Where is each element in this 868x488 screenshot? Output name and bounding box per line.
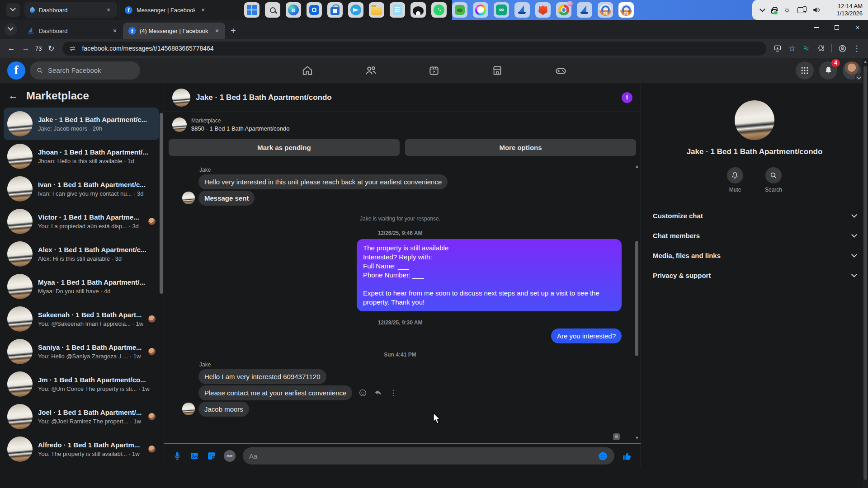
conversation-ivan[interactable]: Ivan · 1 Bed 1 Bath Apartment/c...Ivan: … [4,173,159,205]
section-chat-members[interactable]: Chat members [648,225,861,245]
incoming-message[interactable]: Jacob moors [198,402,249,417]
sticker-icon[interactable] [207,451,217,461]
facebook-logo[interactable]: f [7,61,25,80]
more-options-button[interactable]: More options [405,139,636,156]
back-button[interactable]: ← [5,42,18,55]
conversation-sakeenah[interactable]: Sakeenah · 1 Bed 1 Bath Apart...You: @Sa… [4,303,159,335]
site-settings-icon[interactable] [69,45,76,52]
outlook-app-button[interactable]: O [307,2,322,18]
section-customize-chat[interactable]: Customize chat [648,206,861,225]
start-button[interactable] [244,2,259,18]
section-media-files-links[interactable]: Media, files and links [648,245,861,265]
incoming-message[interactable]: Hello I am very interested 6094371120 [198,369,326,384]
nav-home-tab[interactable] [301,64,314,77]
outgoing-message[interactable]: Are you interested? [551,328,622,343]
tab-search-button[interactable] [5,23,17,36]
browser-tab-messenger-active[interactable]: f (4) Messenger | Facebook × [123,23,225,39]
voice-clip-icon[interactable] [172,451,182,461]
extension-teal-icon[interactable] [800,42,813,55]
facebook-search-input[interactable]: Search Facebook [30,61,140,80]
conversation-ab[interactable]: AB · 2 Beds 1 Bath Apartment/c...AB More… [4,465,159,468]
conversation-jm[interactable]: Jm · 1 Bed 1 Bath Apartment/co...You: @J… [4,368,159,400]
nav-gaming-tab[interactable] [554,64,567,77]
maximize-button[interactable] [826,20,847,35]
vpn-lock-icon[interactable] [771,9,777,14]
mark-as-pending-button[interactable]: Mark as pending [169,139,400,156]
color-lamp-app-button[interactable] [473,2,488,18]
display-cast-icon[interactable] [797,7,806,13]
conversation-info-icon[interactable]: i [622,92,632,103]
gif-icon[interactable]: GIF [224,450,236,462]
bookmark-star-icon[interactable]: ☆ [785,42,799,55]
forward-button[interactable]: → [19,42,33,55]
conversation-saniya[interactable]: Saniya · 1 Bed 1 Bath Apartme...You: Hel… [4,335,159,368]
marketplace-banner[interactable]: Marketplace $850 - 1 Bed 1 Bath Apartmen… [164,112,641,135]
install-app-icon[interactable] [771,42,784,55]
message-input[interactable]: Aa [243,447,614,465]
scroll-up-icon[interactable]: ▲ [635,164,639,169]
message-more-icon[interactable]: ⋮ [389,388,397,398]
background-tab-dashboard[interactable]: Dashboard × [24,2,117,18]
proxy-75-app-button[interactable]: 75 [598,2,613,18]
new-tab-button[interactable]: + [225,26,241,39]
address-bar[interactable]: facebook.com/messages/t/1456883665778464 [62,42,766,56]
nav-marketplace-tab[interactable] [491,64,504,77]
reply-icon[interactable] [374,389,382,397]
telegram-app-button[interactable] [348,2,363,18]
edge-app-button[interactable]: e [286,2,301,18]
tab-search-chevron-icon[interactable] [6,3,20,17]
conversation-joel[interactable]: Joel · 1 Bed 1 Bath Apartment/...You: @J… [4,400,159,433]
tray-clock[interactable]: 12:14 AM 1/13/2026 [836,3,863,18]
nav-friends-tab[interactable] [364,64,377,77]
emoji-picker-icon[interactable] [598,451,608,461]
speaker-icon[interactable] [812,6,821,14]
close-tab-icon[interactable]: × [104,6,113,14]
tray-overflow-chevron-icon[interactable] [760,6,765,12]
conversation-alfredo[interactable]: Alfredo · 1 Bed 1 Bath Apartm...You: The… [4,433,159,465]
conversation-myaa[interactable]: Myaa · 1 Bed 1 Bath Apartment/...Myaa: D… [4,270,159,303]
minimize-button[interactable] [806,20,826,35]
sailboat-app-button[interactable] [514,2,530,18]
close-tab-icon[interactable]: × [110,27,119,34]
conversation-jake[interactable]: Jake · 1 Bed 1 Bath Apartment/c...Jake: … [4,108,159,140]
close-tab-icon[interactable]: × [199,6,207,14]
ms-store-app-button[interactable] [327,2,343,18]
sailboat2-app-button[interactable] [577,2,592,18]
notepad-app-button[interactable] [390,2,405,18]
scrollbar-thumb[interactable] [863,66,867,480]
close-tab-icon[interactable]: × [212,27,222,34]
taskbar-search-button[interactable] [265,2,280,18]
bat-app-button[interactable] [410,2,426,18]
conversation-victor[interactable]: Víctor · 1 Bed 1 Bath Apartme...You: La … [4,205,159,238]
apps-menu-button[interactable] [796,61,814,80]
incoming-message[interactable]: Message sent [198,191,255,206]
section-privacy-support[interactable]: Privacy & support [648,265,861,285]
extensions-puzzle-icon[interactable] [814,42,828,55]
incoming-message[interactable]: Please contact me at your earliest conve… [198,385,352,400]
scroll-down-icon[interactable]: ▼ [635,436,639,440]
page-scrollbar[interactable]: ▲ [863,58,868,488]
profile-avatar[interactable] [843,61,861,80]
pia-vpn-app-button[interactable] [452,2,467,18]
like-thumb-icon[interactable] [622,450,632,461]
close-window-button[interactable]: × [847,20,868,35]
notifications-button[interactable]: 4 [819,61,837,80]
background-tab-messenger[interactable]: f Messenger | Facebook × [119,2,212,18]
proxy-73-app-button[interactable]: 73 [618,2,634,18]
sidebar-scrollbar[interactable] [160,113,163,348]
react-emoji-icon[interactable] [359,389,367,397]
file-explorer-app-button[interactable] [369,2,384,18]
attach-image-icon[interactable] [189,451,199,461]
browser-profile-icon[interactable] [835,42,849,55]
back-arrow-icon[interactable]: ← [8,90,18,102]
conversation-alex[interactable]: Alex · 1 Bed 1 Bath Apartment/c...Alex: … [4,238,159,270]
messages-scrollbar[interactable]: ▲ ▼ [635,164,639,440]
browser-tab-dashboard[interactable]: Dashboard × [21,23,123,39]
chat-avatar[interactable] [172,89,190,107]
outgoing-message-gradient[interactable]: The property is still available Interest… [357,239,622,311]
scrollbar-thumb[interactable] [160,113,163,294]
brave-app-button[interactable] [535,2,551,18]
mute-button[interactable]: Mute [727,167,743,193]
search-in-conversation-button[interactable]: Search [765,167,782,193]
chrome-app-button[interactable] [556,2,571,18]
